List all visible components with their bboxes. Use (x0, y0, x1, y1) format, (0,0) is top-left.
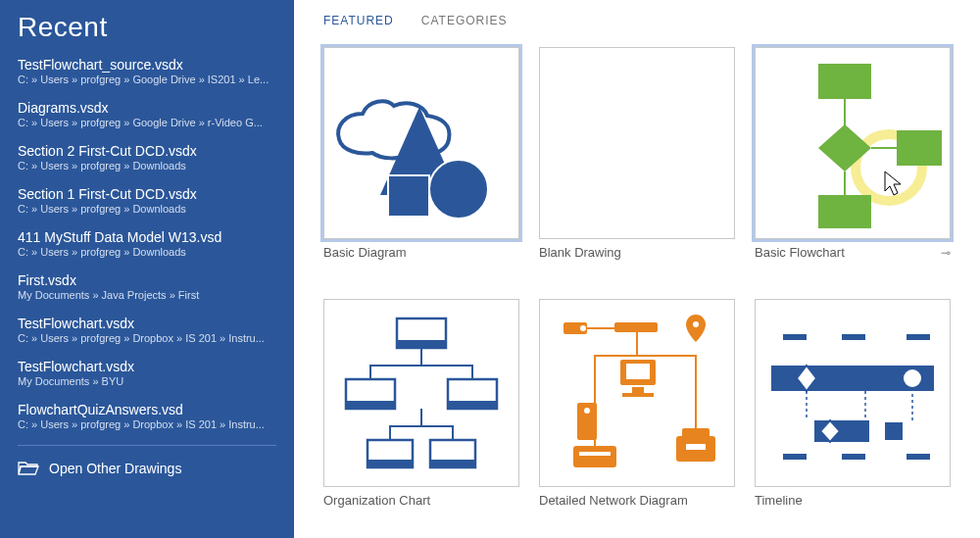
basic-flowchart-icon (760, 50, 946, 236)
template-basic-flowchart[interactable]: Basic Flowchart ⊸ (755, 47, 951, 260)
svg-rect-34 (682, 428, 710, 438)
svg-rect-16 (397, 340, 446, 348)
svg-rect-18 (448, 401, 497, 409)
svg-rect-26 (626, 364, 650, 379)
recent-heading: Recent (18, 12, 276, 43)
recent-item-name: Diagrams.vsdx (18, 100, 276, 117)
template-tabs: FEATURED CATEGORIES (323, 8, 960, 33)
template-label: Blank Drawing (539, 245, 735, 260)
svg-rect-48 (783, 454, 807, 460)
recent-item-path: C: » Users » profgreg » Downloads (18, 203, 276, 216)
template-thumb (539, 47, 735, 239)
svg-point-22 (580, 325, 586, 331)
svg-rect-17 (346, 401, 395, 409)
svg-rect-19 (368, 460, 413, 467)
svg-rect-50 (906, 454, 930, 460)
svg-rect-23 (614, 322, 658, 332)
sidebar-divider (18, 445, 276, 446)
recent-item[interactable]: 411 MyStuff Data Model W13.vsd C: » User… (18, 229, 276, 259)
template-gallery: Basic Diagram Blank Drawing (323, 47, 960, 508)
template-thumb (323, 47, 519, 239)
template-label: Detailed Network Diagram (539, 493, 735, 508)
recent-item-path: C: » Users » profgreg » Downloads (18, 246, 276, 259)
svg-rect-20 (430, 460, 475, 467)
svg-rect-31 (573, 446, 616, 467)
svg-rect-35 (686, 444, 706, 450)
recent-item[interactable]: Section 1 First-Cut DCD.vsdx C: » Users … (18, 186, 276, 216)
recent-item-name: Section 2 First-Cut DCD.vsdx (18, 143, 276, 160)
recent-item[interactable]: FlowchartQuizAnswers.vsd C: » Users » pr… (18, 402, 276, 431)
template-thumb (323, 299, 519, 487)
svg-marker-6 (818, 124, 871, 171)
pin-icon[interactable]: ⊸ (941, 246, 951, 260)
tab-categories[interactable]: CATEGORIES (421, 8, 508, 33)
svg-point-2 (429, 160, 488, 219)
recent-item[interactable]: First.vsdx My Documents » Java Projects … (18, 272, 276, 302)
recent-item-path: C: » Users » profgreg » Google Drive » I… (18, 73, 276, 86)
svg-point-41 (903, 368, 922, 388)
template-thumb (755, 299, 951, 487)
recent-item-path: My Documents » Java Projects » First (18, 289, 276, 302)
recent-item-name: FlowchartQuizAnswers.vsd (18, 402, 276, 418)
svg-point-30 (584, 408, 590, 414)
svg-rect-37 (842, 334, 865, 340)
recent-item-path: C: » Users » profgreg » Dropbox » IS 201… (18, 332, 276, 345)
svg-rect-49 (842, 454, 865, 460)
recent-item-path: My Documents » BYU (18, 375, 276, 388)
recent-item[interactable]: Diagrams.vsdx C: » Users » profgreg » Go… (18, 100, 276, 129)
recent-item[interactable]: TestFlowchart.vsdx My Documents » BYU (18, 359, 276, 388)
open-other-drawings-button[interactable]: Open Other Drawings (18, 460, 276, 478)
recent-sidebar: Recent TestFlowchart_source.vsdx C: » Us… (0, 0, 294, 538)
svg-point-24 (693, 321, 699, 327)
template-detailed-network-diagram[interactable]: Detailed Network Diagram (539, 299, 735, 508)
template-label: Basic Flowchart (755, 245, 845, 260)
template-timeline[interactable]: Timeline (755, 299, 951, 508)
svg-rect-10 (818, 195, 871, 228)
template-label: Basic Diagram (323, 245, 519, 260)
svg-rect-28 (622, 393, 654, 397)
svg-rect-8 (897, 130, 942, 166)
tab-featured[interactable]: FEATURED (323, 8, 394, 33)
recent-item-name: First.vsdx (18, 272, 276, 289)
template-thumb (539, 299, 735, 487)
folder-open-icon (18, 460, 39, 478)
svg-rect-32 (579, 452, 611, 456)
template-basic-diagram[interactable]: Basic Diagram (323, 47, 519, 260)
svg-rect-36 (783, 334, 807, 340)
recent-item[interactable]: Section 2 First-Cut DCD.vsdx C: » Users … (18, 143, 276, 172)
svg-rect-4 (818, 64, 871, 99)
svg-rect-38 (906, 334, 930, 340)
template-thumb (755, 47, 951, 239)
recent-item[interactable]: TestFlowchart_source.vsdx C: » Users » p… (18, 57, 276, 86)
recent-item-name: 411 MyStuff Data Model W13.vsd (18, 229, 276, 246)
recent-item-path: C: » Users » profgreg » Dropbox » IS 201… (18, 418, 276, 431)
template-organization-chart[interactable]: Organization Chart (323, 299, 519, 508)
recent-item-name: TestFlowchart.vsdx (18, 316, 276, 332)
open-other-label: Open Other Drawings (49, 461, 181, 476)
template-label: Organization Chart (323, 493, 519, 508)
template-gallery-pane: FEATURED CATEGORIES Basic Diagram Blank … (294, 0, 980, 538)
recent-item-path: C: » Users » profgreg » Downloads (18, 160, 276, 172)
organization-chart-icon (328, 305, 514, 481)
svg-rect-46 (885, 422, 903, 440)
template-blank-drawing[interactable]: Blank Drawing (539, 47, 735, 260)
basic-diagram-icon (333, 60, 510, 226)
template-label: Timeline (755, 493, 951, 508)
recent-item-path: C: » Users » profgreg » Google Drive » r… (18, 117, 276, 129)
timeline-icon (760, 305, 946, 481)
recent-item-name: TestFlowchart.vsdx (18, 359, 276, 375)
cursor-icon (885, 171, 901, 195)
recent-item[interactable]: TestFlowchart.vsdx C: » Users » profgreg… (18, 316, 276, 345)
recent-item-name: Section 1 First-Cut DCD.vsdx (18, 186, 276, 203)
svg-rect-27 (632, 387, 644, 393)
network-diagram-icon (544, 305, 730, 481)
recent-item-name: TestFlowchart_source.vsdx (18, 57, 276, 73)
svg-rect-1 (388, 175, 429, 217)
